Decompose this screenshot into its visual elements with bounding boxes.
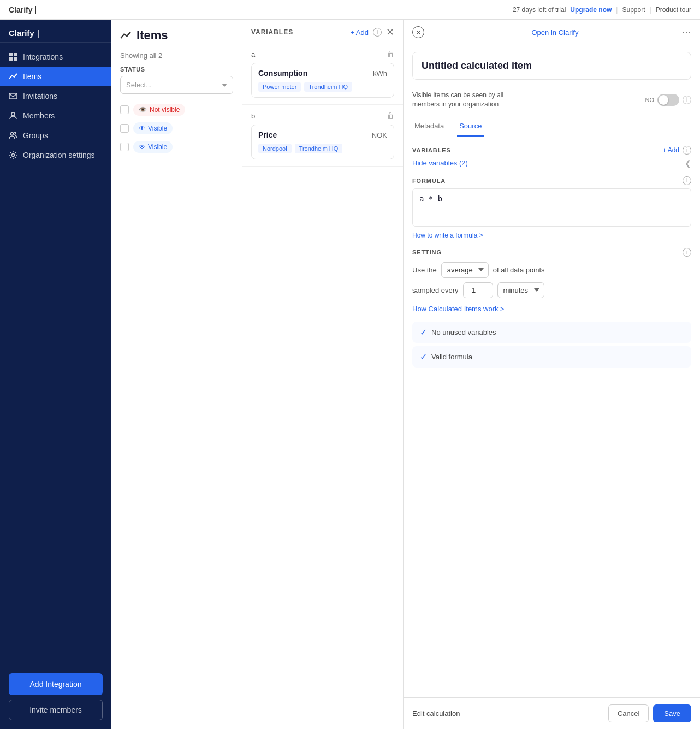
add-integration-button[interactable]: Add Integration bbox=[9, 673, 103, 695]
detail-close-button[interactable]: ✕ bbox=[412, 26, 424, 38]
support-link[interactable]: Support bbox=[622, 6, 645, 14]
detail-tabs: Metadata Source bbox=[404, 116, 700, 137]
cursor-blink bbox=[35, 6, 36, 14]
save-button[interactable]: Save bbox=[653, 704, 691, 722]
sidebar-item-integrations[interactable]: Integrations bbox=[0, 47, 111, 67]
interval-row: sampled every minutes hours days bbox=[412, 282, 691, 298]
variables-info-icon[interactable]: i bbox=[373, 28, 382, 37]
how-calculated-items-link[interactable]: How Calculated Items work > bbox=[412, 305, 691, 313]
status-filter-select[interactable]: Select... bbox=[120, 76, 233, 94]
variables-close-button[interactable]: ✕ bbox=[386, 27, 394, 37]
setting-info-icon[interactable]: i bbox=[683, 248, 691, 257]
sidebar-item-label-items: Items bbox=[23, 72, 41, 81]
visibility-toggle[interactable] bbox=[657, 94, 679, 106]
item-checkbox-1[interactable] bbox=[120, 105, 129, 114]
sidebar-item-label-members: Members bbox=[23, 111, 55, 120]
status-badge-visible-1: 👁 Visible bbox=[133, 122, 173, 134]
aggregate-select[interactable]: average sum min max last bbox=[441, 262, 489, 278]
svg-point-5 bbox=[11, 112, 15, 116]
items-panel-header: Items bbox=[120, 28, 233, 43]
interval-unit-select[interactable]: minutes hours days bbox=[497, 282, 544, 298]
formula-info-icon[interactable]: i bbox=[683, 176, 691, 185]
aggregate-row: Use the average sum min max last of all … bbox=[412, 262, 691, 278]
add-variable-button[interactable]: + Add bbox=[350, 28, 369, 37]
visibility-info-icon[interactable]: i bbox=[683, 96, 691, 104]
sample-interval-input[interactable] bbox=[463, 282, 493, 298]
variable-group-b: b 🗑 Price NOK Nordpool Trondheim HQ bbox=[242, 105, 403, 167]
topbar: Clarify 27 days left of trial Upgrade no… bbox=[0, 0, 700, 20]
formula-label: FORMULA bbox=[412, 177, 446, 184]
status-badge-visible-2: 👁 Visible bbox=[133, 141, 173, 153]
variables-body: a 🗑 Consumption kWh Power meter Trondhei… bbox=[242, 43, 403, 729]
variable-name-a: Consumption bbox=[258, 69, 307, 78]
of-all-label: of all data points bbox=[493, 266, 545, 274]
variable-group-a: a 🗑 Consumption kWh Power meter Trondhei… bbox=[242, 43, 403, 105]
tag-power-meter: Power meter bbox=[258, 82, 301, 92]
formula-input[interactable]: a * b bbox=[412, 188, 691, 227]
settings-icon bbox=[9, 151, 17, 159]
grid-icon bbox=[9, 52, 17, 61]
visibility-description: Visible items can be seen by all members… bbox=[412, 91, 521, 109]
cancel-button[interactable]: Cancel bbox=[608, 704, 649, 722]
brand-name: Clarify bbox=[9, 5, 33, 14]
delete-variable-a-button[interactable]: 🗑 bbox=[387, 50, 394, 58]
tab-source[interactable]: Source bbox=[457, 116, 484, 137]
trial-text: 27 days left of trial bbox=[513, 6, 566, 14]
svg-rect-3 bbox=[14, 57, 17, 61]
status-filter-label: STATUS bbox=[120, 66, 233, 73]
users-icon bbox=[9, 131, 17, 140]
showing-count: Showing all 2 bbox=[120, 51, 233, 60]
hide-variables-row[interactable]: Hide variables (2) ❮ bbox=[412, 159, 691, 168]
sidebar-item-members[interactable]: Members bbox=[0, 106, 111, 126]
tag-trondheim-hq-a: Trondheim HQ bbox=[304, 82, 352, 92]
sidebar-item-items[interactable]: Items bbox=[0, 67, 111, 86]
mail-icon bbox=[9, 92, 17, 100]
formula-section: FORMULA i a * b How to write a formula > bbox=[412, 176, 691, 239]
tab-metadata[interactable]: Metadata bbox=[412, 116, 446, 137]
eye-off-icon: 👁️ bbox=[139, 106, 147, 114]
toggle-label: NO bbox=[645, 97, 655, 103]
items-trend-icon bbox=[120, 30, 131, 41]
sidebar-bottom: Add Integration Invite members bbox=[0, 665, 111, 729]
product-tour-link[interactable]: Product tour bbox=[656, 6, 691, 14]
variables-panel-title: VARIABLES bbox=[251, 28, 293, 36]
more-options-button[interactable]: ⋯ bbox=[681, 26, 691, 38]
variable-card-a: Consumption kWh Power meter Trondheim HQ bbox=[251, 63, 394, 98]
source-variables-header: VARIABLES + Add i bbox=[412, 146, 691, 155]
variable-card-b: Price NOK Nordpool Trondheim HQ bbox=[251, 125, 394, 159]
svg-rect-2 bbox=[9, 57, 13, 61]
how-to-write-formula-link[interactable]: How to write a formula > bbox=[412, 232, 691, 239]
status-badge-not-visible: 👁️ Not visible bbox=[133, 104, 185, 116]
item-title-box: Untitled calculated item bbox=[412, 52, 691, 80]
footer-buttons: Cancel Save bbox=[608, 704, 691, 722]
variable-unit-b: NOK bbox=[372, 131, 387, 139]
variable-unit-a: kWh bbox=[373, 69, 387, 78]
variables-actions: + Add i ✕ bbox=[350, 27, 394, 37]
open-in-clarify-link[interactable]: Open in Clarify bbox=[429, 28, 681, 37]
check-icon-2: ✓ bbox=[420, 352, 427, 362]
visibility-row: Visible items can be seen by all members… bbox=[404, 86, 700, 116]
tag-trondheim-hq-b: Trondheim HQ bbox=[295, 144, 343, 153]
delete-variable-b-button[interactable]: 🗑 bbox=[387, 111, 394, 120]
item-title: Untitled calculated item bbox=[422, 60, 532, 71]
upgrade-button[interactable]: Upgrade now bbox=[570, 6, 612, 14]
sidebar-item-org-settings[interactable]: Organization settings bbox=[0, 145, 111, 165]
sidebar-item-groups[interactable]: Groups bbox=[0, 126, 111, 145]
variable-letter-a: a bbox=[251, 50, 255, 58]
detail-panel: ✕ Open in Clarify ⋯ Untitled calculated … bbox=[404, 20, 700, 729]
svg-point-6 bbox=[11, 133, 14, 135]
svg-rect-1 bbox=[14, 53, 17, 56]
eye-icon-2: 👁 bbox=[139, 143, 145, 151]
item-checkbox-3[interactable] bbox=[120, 143, 129, 151]
variables-panel: VARIABLES + Add i ✕ a 🗑 Consumption kWh bbox=[242, 20, 404, 729]
list-item: 👁 Visible bbox=[120, 119, 233, 138]
svg-point-8 bbox=[12, 154, 15, 157]
item-checkbox-2[interactable] bbox=[120, 124, 129, 133]
detail-header: ✕ Open in Clarify ⋯ bbox=[404, 20, 700, 45]
invite-members-button[interactable]: Invite members bbox=[9, 700, 103, 720]
sidebar-item-invitations[interactable]: Invitations bbox=[0, 86, 111, 106]
user-icon bbox=[9, 111, 17, 120]
source-add-variable-button[interactable]: + Add bbox=[662, 146, 679, 154]
sidebar-brand: Clarify | bbox=[0, 20, 111, 43]
source-variables-info-icon[interactable]: i bbox=[683, 146, 691, 155]
